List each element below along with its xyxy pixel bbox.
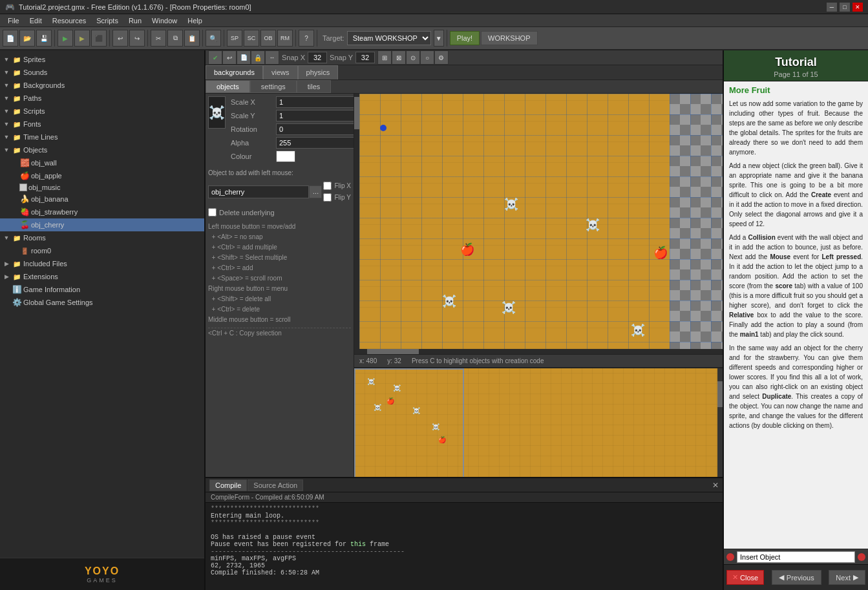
left-bold: Left pressed xyxy=(821,253,861,260)
room-tb-circle[interactable]: ○ xyxy=(420,50,434,65)
tree-folder-scripts[interactable]: ▼ 📁 Scripts xyxy=(0,105,204,118)
tb-play-green[interactable]: ▶ xyxy=(58,30,73,47)
menu-run[interactable]: Run xyxy=(123,16,147,26)
room-tb-new[interactable]: 📄 xyxy=(237,50,251,65)
tree-folder-timelines[interactable]: ▼ 📁 Time Lines xyxy=(0,131,204,143)
room-tb-grid2[interactable]: ⊠ xyxy=(392,50,406,65)
obj-apple-icon: 🍎 xyxy=(19,171,30,181)
menu-resources[interactable]: Resources xyxy=(47,16,92,26)
room-tb-dot[interactable]: ⊙ xyxy=(406,50,420,65)
tb-sprite[interactable]: SP xyxy=(227,30,242,47)
tb-script[interactable]: SC xyxy=(244,30,259,47)
tree-folder-sounds[interactable]: ▼ 📁 Sounds xyxy=(0,66,204,79)
tb-paste[interactable]: 📋 xyxy=(184,30,200,47)
tree-item-obj-music[interactable]: obj_music xyxy=(0,182,204,193)
tab-backgrounds[interactable]: backgrounds xyxy=(206,65,263,79)
tree-item-obj-strawberry[interactable]: 🍓 obj_strawberry xyxy=(0,205,204,218)
room-tb-undo-arrow[interactable]: ↩ xyxy=(222,50,237,65)
tree-folder-rooms[interactable]: ▼ 📁 Rooms xyxy=(0,231,204,244)
canvas-hscroll[interactable] xyxy=(354,349,723,354)
tree-folder-fonts[interactable]: ▼ 📁 Fonts xyxy=(0,118,204,131)
minimize-button[interactable]: ─ xyxy=(827,3,837,12)
menu-file[interactable]: File xyxy=(3,16,25,26)
obj-select-btn[interactable]: … xyxy=(309,185,322,198)
tb-room[interactable]: RM xyxy=(277,30,293,47)
menu-help[interactable]: Help xyxy=(182,16,207,26)
tb-stop[interactable]: ⬛ xyxy=(91,30,107,47)
subtab-settings[interactable]: settings xyxy=(250,80,297,93)
flip-x-checkbox[interactable] xyxy=(323,182,332,190)
tree-item-room0[interactable]: 🚪 room0 xyxy=(0,244,204,257)
room-canvas[interactable]: ☠️ ☠️ ☠️ ☠️ ☠️ ☠️ 🍎 🍎 🍎 xyxy=(359,94,723,349)
tb-help[interactable]: ? xyxy=(299,30,314,47)
room-tb-move[interactable]: ↔ xyxy=(265,50,279,65)
tree-folder-included[interactable]: ▶ 📁 Included Files xyxy=(0,257,204,270)
tree-item-global-settings[interactable]: ⚙️ Global Game Settings xyxy=(0,296,204,309)
flip-y-checkbox[interactable] xyxy=(323,193,332,202)
room-tb-grid[interactable]: ⊞ xyxy=(377,50,392,65)
tree-folder-objects[interactable]: ▼ 📁 Objects xyxy=(0,143,204,156)
scale-x-input[interactable] xyxy=(276,96,354,108)
tree-item-obj-apple[interactable]: 🍎 obj_apple xyxy=(0,169,204,182)
tab-physics[interactable]: physics xyxy=(298,65,339,79)
tree-item-game-info[interactable]: ℹ️ Game Information xyxy=(0,283,204,296)
target-area: Target: Steam WORKSHOP ▼ xyxy=(323,30,444,47)
tb-copy[interactable]: ⧉ xyxy=(167,30,183,47)
snap-x-input[interactable] xyxy=(308,52,327,63)
minimap-scrollbar[interactable] xyxy=(717,368,723,477)
compile-tab-compile[interactable]: Compile xyxy=(209,479,247,491)
tutorial-next-button[interactable]: Next ▶ xyxy=(829,570,865,585)
tutorial-prev-button[interactable]: ◀ Previous xyxy=(772,570,821,585)
compile-tab-source[interactable]: Source Action xyxy=(248,479,303,491)
tb-undo[interactable]: ↩ xyxy=(112,30,128,47)
delete-underlying-checkbox[interactable] xyxy=(208,208,217,216)
menu-window[interactable]: Window xyxy=(147,16,182,26)
center-panel: ✔ ↩ 📄 🔒 ↔ Snap X Snap Y ⊞ ⊠ ⊙ ○ ⚙ backgr… xyxy=(206,50,723,590)
insert-object-input[interactable] xyxy=(737,551,855,563)
insert-red-dot xyxy=(858,553,865,561)
room-tb-check[interactable]: ✔ xyxy=(208,50,222,65)
instr-10: Middle mouse button = scroll xyxy=(208,315,351,325)
tree-item-obj-wall[interactable]: 🧱 obj_wall xyxy=(0,156,204,169)
target-select[interactable]: Steam WORKSHOP xyxy=(347,31,431,45)
workshop-button[interactable]: WORKSHOP xyxy=(481,31,537,45)
room-tb-lock[interactable]: 🔒 xyxy=(251,50,265,65)
colour-swatch[interactable] xyxy=(276,151,295,162)
scale-y-label: Scale Y xyxy=(231,112,276,120)
tb-cut[interactable]: ✂ xyxy=(151,30,166,47)
tb-redo[interactable]: ↪ xyxy=(129,30,145,47)
maximize-button[interactable]: □ xyxy=(840,3,850,12)
close-button[interactable]: ✕ xyxy=(852,3,863,12)
subtab-tiles[interactable]: tiles xyxy=(297,80,332,93)
tb-search[interactable]: 🔍 xyxy=(206,30,221,47)
tree-folder-paths[interactable]: ▼ 📁 Paths xyxy=(0,92,204,105)
object-name-input[interactable] xyxy=(208,185,309,198)
tree-folder-extensions[interactable]: ▶ 📁 Extensions xyxy=(0,270,204,283)
subtab-objects[interactable]: objects xyxy=(206,80,250,93)
tb-new[interactable]: 📄 xyxy=(3,30,18,47)
tb-play-yellow[interactable]: ▶ xyxy=(74,30,90,47)
tb-dropdown[interactable]: ▼ xyxy=(434,30,444,47)
canvas-vscroll[interactable] xyxy=(354,94,359,349)
menu-scripts[interactable]: Scripts xyxy=(91,16,123,26)
tab-views[interactable]: views xyxy=(263,65,298,79)
rotation-input[interactable] xyxy=(276,123,354,135)
compile-close-icon[interactable]: ✕ xyxy=(712,481,719,490)
tb-open[interactable]: 📂 xyxy=(19,30,35,47)
tutorial-close-button[interactable]: ✕ Close xyxy=(726,570,764,585)
title-text: Tutorial2.project.gmx - Free Edition (v1… xyxy=(19,3,251,11)
tb-save[interactable]: 💾 xyxy=(36,30,52,47)
tb-sep-3 xyxy=(147,30,148,47)
scale-y-input[interactable] xyxy=(276,110,354,121)
tree-item-obj-cherry[interactable]: 🍒 obj_cherry xyxy=(0,218,204,231)
preview-props: ☠️ Scale X Scale Y Rotation xyxy=(208,96,351,164)
tree-item-obj-banana[interactable]: 🍌 obj_banana xyxy=(0,193,204,205)
alpha-input[interactable] xyxy=(276,137,354,149)
snap-y-input[interactable] xyxy=(355,52,375,63)
tb-obj[interactable]: OB xyxy=(260,30,276,47)
room-tb-gear[interactable]: ⚙ xyxy=(434,50,449,65)
tree-folder-backgrounds[interactable]: ▼ 📁 Backgrounds xyxy=(0,79,204,92)
menu-edit[interactable]: Edit xyxy=(25,16,47,26)
play-button[interactable]: Play! xyxy=(450,31,480,45)
tree-folder-sprites[interactable]: ▼ 📁 Sprites xyxy=(0,53,204,66)
